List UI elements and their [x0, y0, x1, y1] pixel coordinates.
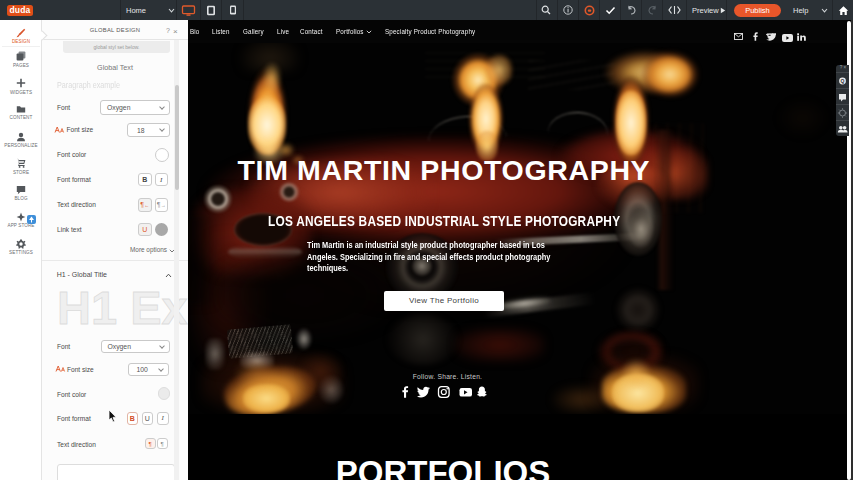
svg-text:Q: Q — [841, 78, 845, 84]
